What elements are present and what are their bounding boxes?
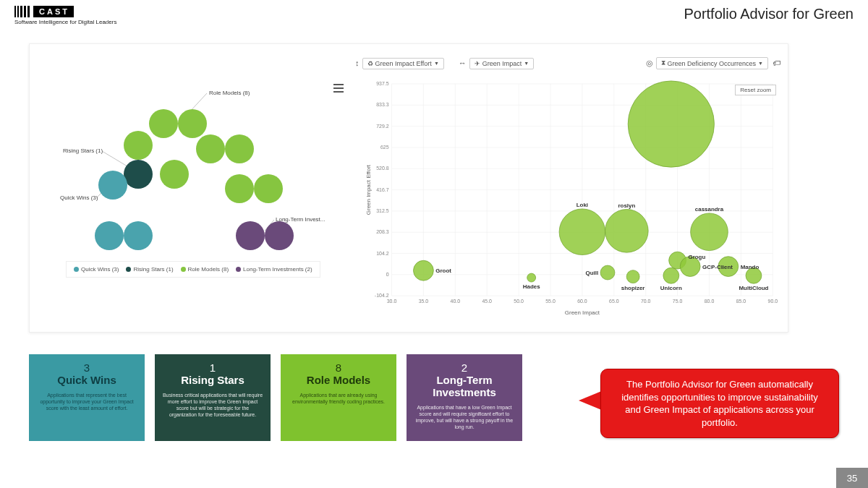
svg-text:75.0: 75.0 [673,299,683,304]
page-title: Portfolio Advisor for Green [684,6,854,22]
svg-text:40.0: 40.0 [451,299,461,304]
svg-point-72 [605,210,649,253]
label-quick-wins: Quick Wins (3) [60,194,98,201]
svg-text:roslyn: roslyn [618,202,635,209]
svg-text:937.5: 937.5 [376,81,389,86]
svg-point-70 [559,209,605,255]
cluster-legend: Quick Wins (3) Rising Stars (1) Role Mod… [66,261,320,278]
svg-text:60.0: 60.0 [577,299,587,304]
category-cards: 3 Quick Wins Applications that represent… [29,354,522,441]
svg-text:312.5: 312.5 [376,208,389,213]
hourglass-icon: ⧗ [661,59,665,67]
svg-point-6 [124,131,153,160]
svg-text:cassandra: cassandra [695,206,724,213]
tag-icon[interactable]: 🏷 [773,59,780,67]
cluster-chart: Role Models (8) Rising Stars (1) Quick W… [37,73,341,261]
svg-point-68 [413,260,433,281]
svg-text:Hades: Hades [523,283,540,290]
info-callout: The Portfolio Advisor for Green automati… [600,369,839,438]
svg-text:55.0: 55.0 [545,299,556,304]
svg-text:GCP-Client: GCP-Client [702,264,733,270]
chevron-down-icon: ▼ [524,61,529,66]
svg-point-69 [527,273,536,282]
svg-point-74 [628,81,714,167]
svg-point-71 [600,265,615,280]
svg-text:35.0: 35.0 [419,299,429,304]
svg-text:-104.2: -104.2 [375,293,389,298]
svg-text:729.2: 729.2 [376,124,389,129]
svg-point-17 [265,221,294,250]
svg-text:MultiCloud: MultiCloud [739,285,768,291]
y-axis-selector[interactable]: ♻ Green Impact Effort ▼ [362,58,444,69]
card-quick-wins[interactable]: 3 Quick Wins Applications that represent… [29,354,145,441]
vertical-arrows-icon: ↕ [355,59,359,67]
target-icon: ◎ [646,59,653,67]
svg-text:shopizer: shopizer [621,285,645,291]
logo-text: CAST [33,6,74,17]
svg-point-75 [663,267,679,283]
svg-point-9 [160,160,189,189]
chevron-down-icon: ▼ [758,61,763,66]
svg-text:Groot: Groot [435,267,451,274]
svg-point-13 [98,171,127,200]
svg-text:80.0: 80.0 [705,299,715,304]
svg-text:Mando: Mando [741,264,760,270]
label-long-term: Long-Term Invest... [276,216,325,223]
dashboard-panel: ↕ ♻ Green Impact Effort ▼ ↔ ✈ Green Impa… [29,43,788,333]
svg-point-5 [178,109,207,138]
page-number: 35 [836,468,868,488]
svg-text:0: 0 [386,272,389,277]
svg-point-10 [225,174,254,203]
chevron-down-icon: ▼ [434,61,439,66]
svg-text:416.7: 416.7 [376,187,389,192]
reset-zoom-button[interactable]: Reset zoom [735,85,776,95]
label-rising-stars: Rising Stars (1) [63,147,103,154]
label-role-models: Role Models (8) [209,90,250,96]
svg-text:30.0: 30.0 [387,299,397,304]
brand-logo: CAST Software Intelligence for Digital L… [14,6,116,25]
svg-text:Grogu: Grogu [689,254,706,260]
card-role-models[interactable]: 8 Role Models Applications that are alre… [281,354,396,441]
svg-text:45.0: 45.0 [482,299,492,304]
svg-text:625: 625 [380,145,389,150]
callout-pointer-icon [579,390,603,411]
svg-point-12 [124,160,153,189]
svg-text:104.2: 104.2 [376,251,389,256]
x-axis-selector[interactable]: ✈ Green Impact ▼ [469,58,534,69]
svg-text:70.0: 70.0 [641,299,651,304]
svg-text:Unicorn: Unicorn [660,285,682,291]
svg-text:Loki: Loki [576,202,588,208]
svg-text:Green Impact Effort: Green Impact Effort [365,164,372,215]
svg-point-78 [691,213,728,251]
svg-point-4 [149,109,178,138]
card-long-term[interactable]: 2 Long-Term Investments Applications tha… [407,354,522,441]
svg-text:65.0: 65.0 [609,299,619,304]
rocket-icon: ✈ [475,60,480,67]
svg-text:Green Impact: Green Impact [565,309,600,316]
leaf-icon: ♻ [367,60,373,67]
svg-text:50.0: 50.0 [514,299,524,304]
svg-text:520.8: 520.8 [376,166,389,171]
bubble-scatter-chart[interactable]: Reset zoom -104.20104.2208.3312.5416.752… [362,80,780,317]
chart-controls: ↕ ♻ Green Impact Effort ▼ ↔ ✈ Green Impa… [355,57,780,69]
svg-point-7 [196,134,225,163]
svg-text:90.0: 90.0 [768,299,778,304]
logo-tagline: Software Intelligence for Digital Leader… [14,19,116,25]
svg-point-16 [236,221,265,250]
svg-point-14 [95,221,124,250]
svg-point-11 [254,174,283,203]
svg-point-73 [626,270,639,283]
svg-text:Quill: Quill [585,270,598,276]
svg-point-15 [124,221,153,250]
svg-point-80 [746,267,762,283]
svg-text:85.0: 85.0 [736,299,746,304]
horizontal-arrows-icon: ↔ [459,59,467,67]
svg-text:833.3: 833.3 [376,102,389,107]
size-selector[interactable]: ⧗ Green Deficiency Occurrences ▼ [656,57,768,69]
logo-bars-icon [14,6,30,17]
svg-point-8 [225,134,254,163]
card-rising-stars[interactable]: 1 Rising Stars Business critical applica… [155,354,271,441]
svg-text:208.3: 208.3 [376,229,389,234]
